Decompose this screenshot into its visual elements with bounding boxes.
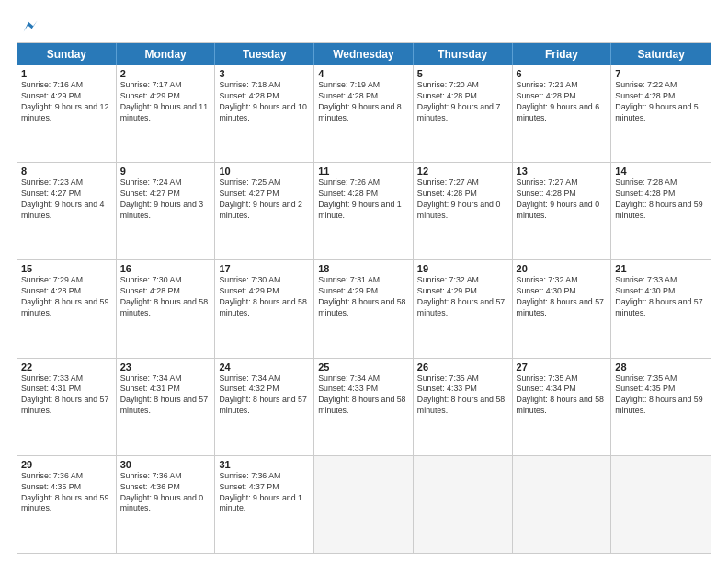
cell-info: Sunrise: 7:24 AMSunset: 4:27 PMDaylight:…: [120, 178, 203, 220]
calendar-body: 1 Sunrise: 7:16 AMSunset: 4:29 PMDayligh…: [17, 65, 711, 553]
cell-info: Sunrise: 7:35 AMSunset: 4:33 PMDaylight:…: [417, 373, 505, 416]
day-number: 14: [615, 166, 707, 177]
day-number: 13: [517, 166, 608, 177]
day-number: 2: [120, 68, 211, 79]
cal-header-day: Saturday: [611, 43, 711, 65]
cal-cell: 29 Sunrise: 7:36 AMSunset: 4:35 PMDaylig…: [17, 456, 117, 553]
cal-header-day: Thursday: [414, 43, 513, 65]
cal-cell: 2 Sunrise: 7:17 AMSunset: 4:29 PMDayligh…: [117, 65, 216, 162]
day-number: 1: [21, 68, 112, 79]
cal-cell: 9 Sunrise: 7:24 AMSunset: 4:27 PMDayligh…: [117, 163, 216, 259]
cal-cell: 24 Sunrise: 7:34 AMSunset: 4:32 PMDaylig…: [215, 359, 314, 455]
cal-week: 1 Sunrise: 7:16 AMSunset: 4:29 PMDayligh…: [17, 65, 711, 163]
cal-week: 15 Sunrise: 7:29 AMSunset: 4:28 PMDaylig…: [17, 260, 711, 358]
cell-info: Sunrise: 7:18 AMSunset: 4:28 PMDaylight:…: [219, 80, 306, 122]
cal-cell: 12 Sunrise: 7:27 AMSunset: 4:28 PMDaylig…: [414, 163, 513, 259]
cal-cell: 4 Sunrise: 7:19 AMSunset: 4:28 PMDayligh…: [314, 65, 414, 162]
cell-info: Sunrise: 7:36 AMSunset: 4:37 PMDaylight:…: [219, 471, 301, 513]
cal-cell: 25 Sunrise: 7:34 AMSunset: 4:33 PMDaylig…: [314, 359, 414, 455]
cal-cell: 15 Sunrise: 7:29 AMSunset: 4:28 PMDaylig…: [17, 260, 117, 357]
day-number: 30: [120, 459, 211, 470]
header: [17, 17, 711, 33]
day-number: 6: [517, 68, 608, 79]
cal-cell: 22 Sunrise: 7:33 AMSunset: 4:31 PMDaylig…: [17, 359, 117, 455]
day-number: 21: [615, 263, 707, 274]
cell-info: Sunrise: 7:33 AMSunset: 4:30 PMDaylight:…: [615, 275, 702, 317]
day-number: 8: [21, 166, 112, 177]
cal-header-day: Monday: [117, 43, 216, 65]
day-number: 28: [615, 362, 707, 373]
day-number: 5: [417, 68, 508, 79]
cal-cell: 27 Sunrise: 7:35 AMSunset: 4:34 PMDaylig…: [513, 359, 612, 455]
cell-info: Sunrise: 7:34 AMSunset: 4:33 PMDaylight:…: [318, 373, 405, 416]
cell-info: Sunrise: 7:31 AMSunset: 4:29 PMDaylight:…: [318, 275, 405, 317]
cal-cell: 30 Sunrise: 7:36 AMSunset: 4:36 PMDaylig…: [117, 456, 216, 553]
cell-info: Sunrise: 7:27 AMSunset: 4:28 PMDaylight:…: [517, 178, 599, 220]
day-number: 3: [219, 68, 310, 79]
calendar: SundayMondayTuesdayWednesdayThursdayFrid…: [17, 42, 711, 554]
cell-info: Sunrise: 7:35 AMSunset: 4:35 PMDaylight:…: [615, 373, 702, 416]
cal-cell: 6 Sunrise: 7:21 AMSunset: 4:28 PMDayligh…: [513, 65, 612, 162]
cell-info: Sunrise: 7:34 AMSunset: 4:31 PMDaylight:…: [120, 373, 208, 416]
cal-cell: 23 Sunrise: 7:34 AMSunset: 4:31 PMDaylig…: [117, 359, 216, 455]
cal-header-day: Sunday: [17, 43, 117, 65]
cal-cell: 17 Sunrise: 7:30 AMSunset: 4:29 PMDaylig…: [215, 260, 314, 357]
cal-cell: 16 Sunrise: 7:30 AMSunset: 4:28 PMDaylig…: [117, 260, 216, 357]
cell-info: Sunrise: 7:17 AMSunset: 4:29 PMDaylight:…: [120, 80, 208, 122]
cal-cell: [314, 456, 414, 553]
cal-cell: 28 Sunrise: 7:35 AMSunset: 4:35 PMDaylig…: [611, 359, 711, 455]
cal-cell: 7 Sunrise: 7:22 AMSunset: 4:28 PMDayligh…: [611, 65, 711, 162]
cal-header-day: Wednesday: [314, 43, 414, 65]
day-number: 31: [219, 459, 310, 470]
day-number: 4: [318, 68, 409, 79]
cell-info: Sunrise: 7:32 AMSunset: 4:30 PMDaylight:…: [517, 275, 604, 317]
day-number: 25: [318, 362, 409, 373]
cell-info: Sunrise: 7:25 AMSunset: 4:27 PMDaylight:…: [219, 178, 301, 220]
cal-cell: [513, 456, 612, 553]
page: SundayMondayTuesdayWednesdayThursdayFrid…: [0, 0, 728, 563]
day-number: 24: [219, 362, 310, 373]
cal-week: 22 Sunrise: 7:33 AMSunset: 4:31 PMDaylig…: [17, 359, 711, 456]
day-number: 15: [21, 263, 112, 274]
cal-cell: 10 Sunrise: 7:25 AMSunset: 4:27 PMDaylig…: [215, 163, 314, 259]
cell-info: Sunrise: 7:36 AMSunset: 4:35 PMDaylight:…: [21, 471, 108, 513]
day-number: 17: [219, 263, 310, 274]
cell-info: Sunrise: 7:30 AMSunset: 4:29 PMDaylight:…: [219, 275, 306, 317]
day-number: 11: [318, 166, 409, 177]
cell-info: Sunrise: 7:27 AMSunset: 4:28 PMDaylight:…: [417, 178, 500, 220]
day-number: 22: [21, 362, 112, 373]
cell-info: Sunrise: 7:33 AMSunset: 4:31 PMDaylight:…: [21, 373, 108, 416]
day-number: 9: [120, 166, 211, 177]
day-number: 27: [517, 362, 608, 373]
day-number: 29: [21, 459, 112, 470]
day-number: 20: [517, 263, 608, 274]
cell-info: Sunrise: 7:36 AMSunset: 4:36 PMDaylight:…: [120, 471, 203, 513]
cal-cell: 31 Sunrise: 7:36 AMSunset: 4:37 PMDaylig…: [215, 456, 314, 553]
cal-cell: 14 Sunrise: 7:28 AMSunset: 4:28 PMDaylig…: [611, 163, 711, 259]
cell-info: Sunrise: 7:23 AMSunset: 4:27 PMDaylight:…: [21, 178, 104, 220]
cal-week: 29 Sunrise: 7:36 AMSunset: 4:35 PMDaylig…: [17, 456, 711, 553]
cell-info: Sunrise: 7:22 AMSunset: 4:28 PMDaylight:…: [615, 80, 698, 122]
day-number: 7: [615, 68, 707, 79]
cal-cell: 20 Sunrise: 7:32 AMSunset: 4:30 PMDaylig…: [513, 260, 612, 357]
cal-cell: 26 Sunrise: 7:35 AMSunset: 4:33 PMDaylig…: [414, 359, 513, 455]
cell-info: Sunrise: 7:26 AMSunset: 4:28 PMDaylight:…: [318, 178, 401, 220]
cell-info: Sunrise: 7:28 AMSunset: 4:28 PMDaylight:…: [615, 178, 702, 220]
logo: [17, 17, 39, 33]
day-number: 16: [120, 263, 211, 274]
cal-header-day: Tuesday: [215, 43, 314, 65]
cal-cell: 19 Sunrise: 7:32 AMSunset: 4:29 PMDaylig…: [414, 260, 513, 357]
cell-info: Sunrise: 7:30 AMSunset: 4:28 PMDaylight:…: [120, 275, 208, 317]
logo-bird-icon: [18, 17, 39, 37]
cell-info: Sunrise: 7:32 AMSunset: 4:29 PMDaylight:…: [417, 275, 505, 317]
svg-marker-0: [24, 20, 38, 31]
calendar-header: SundayMondayTuesdayWednesdayThursdayFrid…: [17, 43, 711, 65]
day-number: 18: [318, 263, 409, 274]
cal-cell: 21 Sunrise: 7:33 AMSunset: 4:30 PMDaylig…: [611, 260, 711, 357]
day-number: 12: [417, 166, 508, 177]
cell-info: Sunrise: 7:19 AMSunset: 4:28 PMDaylight:…: [318, 80, 401, 122]
cell-info: Sunrise: 7:20 AMSunset: 4:28 PMDaylight:…: [417, 80, 500, 122]
cal-cell: 1 Sunrise: 7:16 AMSunset: 4:29 PMDayligh…: [17, 65, 117, 162]
cal-cell: 5 Sunrise: 7:20 AMSunset: 4:28 PMDayligh…: [414, 65, 513, 162]
cal-cell: 11 Sunrise: 7:26 AMSunset: 4:28 PMDaylig…: [314, 163, 414, 259]
